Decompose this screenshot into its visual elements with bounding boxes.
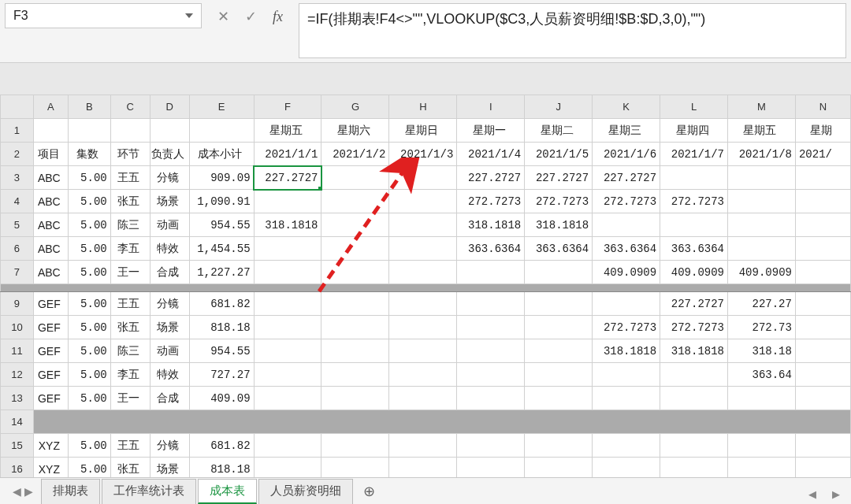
col-header[interactable]: G	[321, 95, 389, 119]
cell[interactable]: ABC	[33, 237, 68, 261]
select-all-corner[interactable]	[1, 95, 34, 119]
cell[interactable]: 818.18	[189, 316, 254, 339]
cell[interactable]: 集数	[68, 143, 110, 166]
cell[interactable]: 合成	[150, 387, 189, 410]
cell[interactable]: 陈三	[110, 339, 150, 363]
cell[interactable]: 动画	[150, 213, 189, 237]
row-header[interactable]: 14	[1, 410, 34, 434]
cell[interactable]: 星期五	[254, 119, 321, 143]
name-box[interactable]: F3	[5, 3, 202, 28]
cell[interactable]: 409.09	[189, 387, 254, 410]
cell[interactable]: 227.2727	[593, 166, 660, 190]
cell[interactable]	[254, 261, 321, 284]
cell[interactable]: 李五	[110, 237, 150, 261]
row-header[interactable]: 4	[1, 190, 34, 213]
cell[interactable]	[593, 387, 660, 410]
cell[interactable]: 2021/1/6	[593, 143, 660, 166]
cell[interactable]	[389, 363, 457, 387]
cell[interactable]	[389, 292, 457, 316]
cell[interactable]	[728, 237, 796, 261]
cell[interactable]: 5.00	[68, 316, 110, 339]
cell[interactable]: 363.64	[728, 363, 796, 387]
cell[interactable]	[457, 261, 525, 284]
col-header[interactable]: L	[660, 95, 728, 119]
cell[interactable]: GEF	[33, 363, 68, 387]
cell[interactable]	[389, 339, 457, 363]
cell[interactable]: 分镜	[150, 292, 189, 316]
cell[interactable]	[728, 190, 796, 213]
cell[interactable]	[33, 119, 68, 143]
cell[interactable]: ABC	[33, 213, 68, 237]
cell[interactable]: 合成	[150, 261, 189, 284]
col-header[interactable]: D	[150, 95, 189, 119]
cell[interactable]	[525, 292, 593, 316]
accept-formula-icon[interactable]: ✓	[245, 8, 257, 25]
cell[interactable]: 363.6364	[660, 237, 728, 261]
fx-icon[interactable]: fx	[273, 9, 283, 25]
cell[interactable]	[457, 292, 525, 316]
cell[interactable]	[795, 237, 850, 261]
cell[interactable]: 星期六	[321, 119, 389, 143]
cell[interactable]	[660, 434, 728, 458]
add-sheet-button[interactable]: ⊕	[359, 483, 378, 500]
row-header[interactable]: 2	[1, 143, 34, 166]
cell[interactable]: 272.7273	[457, 190, 525, 213]
cell[interactable]: 5.00	[68, 434, 110, 458]
cell[interactable]: 动画	[150, 339, 189, 363]
cell[interactable]: 272.7273	[660, 190, 728, 213]
cell[interactable]	[321, 166, 389, 190]
cell[interactable]: 318.1818	[593, 339, 660, 363]
cell[interactable]	[389, 166, 457, 190]
cell[interactable]	[254, 292, 321, 316]
cell[interactable]: 5.00	[68, 261, 110, 284]
cell[interactable]	[150, 119, 189, 143]
cell[interactable]	[795, 316, 850, 339]
row-header[interactable]: 1	[1, 119, 34, 143]
row-header[interactable]: 12	[1, 363, 34, 387]
sheet-nav-prev-icon[interactable]: ◀	[13, 485, 21, 498]
col-header[interactable]: F	[254, 95, 321, 119]
cell[interactable]	[795, 166, 850, 190]
cell[interactable]: 2021/1/5	[525, 143, 593, 166]
cell[interactable]: 5.00	[68, 387, 110, 410]
cell[interactable]: 409.0909	[593, 261, 660, 284]
cell[interactable]: 5.00	[68, 363, 110, 387]
cell[interactable]: 272.7273	[593, 316, 660, 339]
cell[interactable]: 张五	[110, 316, 150, 339]
cell[interactable]: 星期三	[593, 119, 660, 143]
cell[interactable]	[795, 213, 850, 237]
cell[interactable]	[525, 434, 593, 458]
cell[interactable]: 909.09	[189, 166, 254, 190]
sheet-tab[interactable]: 工作率统计表	[102, 479, 196, 504]
col-header[interactable]: K	[593, 95, 660, 119]
cell[interactable]	[457, 339, 525, 363]
cell[interactable]: ABC	[33, 166, 68, 190]
cell[interactable]	[660, 166, 728, 190]
cell[interactable]: 227.2727	[254, 166, 321, 190]
cell[interactable]: 星期	[795, 119, 850, 143]
cell[interactable]: 681.82	[189, 292, 254, 316]
cell[interactable]	[593, 434, 660, 458]
cell[interactable]	[389, 190, 457, 213]
col-header[interactable]: N	[795, 95, 850, 119]
cell[interactable]	[254, 434, 321, 458]
name-box-dropdown-icon[interactable]	[185, 13, 193, 18]
cell[interactable]	[254, 316, 321, 339]
cell[interactable]: 318.18	[728, 339, 796, 363]
cell[interactable]: 363.6364	[457, 237, 525, 261]
cell[interactable]: 5.00	[68, 166, 110, 190]
scroll-right-icon[interactable]: ▶	[829, 487, 843, 501]
row-header[interactable]: 11	[1, 339, 34, 363]
cell[interactable]	[525, 339, 593, 363]
cell[interactable]: 星期四	[660, 119, 728, 143]
cell[interactable]	[321, 237, 389, 261]
col-header[interactable]: B	[68, 95, 110, 119]
cell[interactable]: GEF	[33, 339, 68, 363]
col-header[interactable]: J	[525, 95, 593, 119]
cell[interactable]: 负责人	[150, 143, 189, 166]
cell[interactable]: 954.55	[189, 213, 254, 237]
col-header[interactable]: E	[189, 95, 254, 119]
cell[interactable]	[254, 387, 321, 410]
formula-input[interactable]: =IF(排期表!F4<>"",VLOOKUP($C3,人员薪资明细!$B:$D,…	[299, 3, 846, 58]
cell[interactable]	[321, 316, 389, 339]
